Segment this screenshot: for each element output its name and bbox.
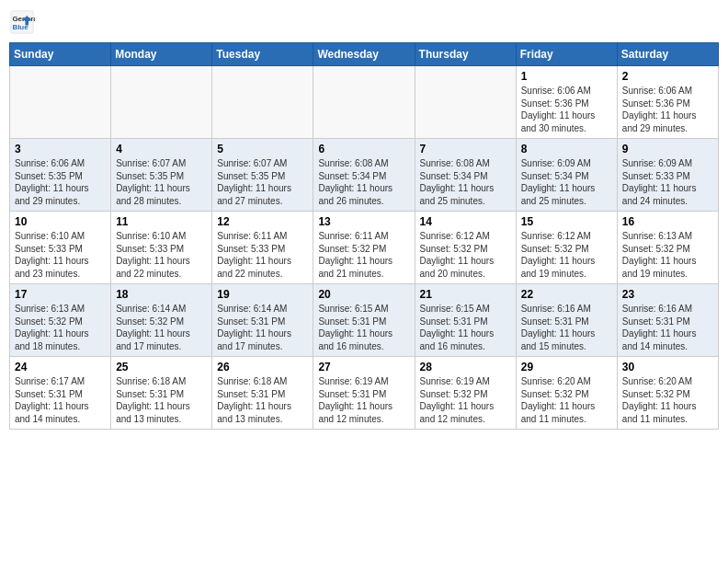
day-info: Sunrise: 6:08 AM Sunset: 5:34 PM Dayligh… [318,157,409,207]
calendar-cell: 21Sunrise: 6:15 AM Sunset: 5:31 PM Dayli… [415,284,516,357]
day-number: 20 [318,288,409,301]
day-info: Sunrise: 6:16 AM Sunset: 5:31 PM Dayligh… [521,303,612,352]
calendar-week-1: 1Sunrise: 6:06 AM Sunset: 5:36 PM Daylig… [10,66,719,139]
day-number: 25 [116,361,207,373]
day-info: Sunrise: 6:10 AM Sunset: 5:33 PM Dayligh… [15,230,106,280]
calendar-cell: 17Sunrise: 6:13 AM Sunset: 5:32 PM Dayli… [10,284,111,357]
day-number: 16 [622,215,713,228]
day-info: Sunrise: 6:16 AM Sunset: 5:31 PM Dayligh… [622,303,713,352]
day-number: 10 [15,215,106,228]
calendar-cell: 20Sunrise: 6:15 AM Sunset: 5:31 PM Dayli… [313,284,415,357]
calendar-cell: 28Sunrise: 6:19 AM Sunset: 5:32 PM Dayli… [415,357,516,430]
calendar-cell: 14Sunrise: 6:12 AM Sunset: 5:32 PM Dayli… [415,212,516,284]
day-info: Sunrise: 6:08 AM Sunset: 5:34 PM Dayligh… [420,157,511,207]
day-number: 23 [622,288,713,301]
day-info: Sunrise: 6:13 AM Sunset: 5:32 PM Dayligh… [15,303,106,352]
calendar-cell [10,66,111,139]
day-number: 15 [521,215,612,228]
day-number: 4 [116,143,207,155]
calendar-cell: 2Sunrise: 6:06 AM Sunset: 5:36 PM Daylig… [617,66,718,139]
weekday-header-monday: Monday [111,43,212,66]
day-info: Sunrise: 6:06 AM Sunset: 5:35 PM Dayligh… [15,157,106,207]
weekday-header-sunday: Sunday [10,43,111,66]
day-info: Sunrise: 6:12 AM Sunset: 5:32 PM Dayligh… [420,230,511,280]
day-number: 30 [622,361,713,373]
day-info: Sunrise: 6:20 AM Sunset: 5:32 PM Dayligh… [622,375,713,425]
calendar-cell: 1Sunrise: 6:06 AM Sunset: 5:36 PM Daylig… [516,66,617,139]
weekday-header-row: SundayMondayTuesdayWednesdayThursdayFrid… [10,43,719,66]
calendar-cell: 7Sunrise: 6:08 AM Sunset: 5:34 PM Daylig… [415,139,516,212]
day-info: Sunrise: 6:18 AM Sunset: 5:31 PM Dayligh… [116,375,207,425]
weekday-header-thursday: Thursday [415,43,516,66]
calendar-cell: 22Sunrise: 6:16 AM Sunset: 5:31 PM Dayli… [516,284,617,357]
day-number: 5 [217,143,308,155]
calendar-cell [313,66,415,139]
day-number: 17 [15,288,106,301]
logo-icon: General Blue [9,9,35,35]
day-info: Sunrise: 6:15 AM Sunset: 5:31 PM Dayligh… [420,303,511,352]
weekday-header-friday: Friday [516,43,617,66]
calendar-cell: 30Sunrise: 6:20 AM Sunset: 5:32 PM Dayli… [617,357,718,430]
calendar-cell: 19Sunrise: 6:14 AM Sunset: 5:31 PM Dayli… [212,284,313,357]
calendar-cell: 8Sunrise: 6:09 AM Sunset: 5:34 PM Daylig… [516,139,617,212]
day-info: Sunrise: 6:20 AM Sunset: 5:32 PM Dayligh… [521,375,612,425]
calendar-cell: 11Sunrise: 6:10 AM Sunset: 5:33 PM Dayli… [111,212,212,284]
calendar-table: SundayMondayTuesdayWednesdayThursdayFrid… [9,42,719,430]
calendar-cell: 29Sunrise: 6:20 AM Sunset: 5:32 PM Dayli… [516,357,617,430]
day-number: 11 [116,215,207,228]
calendar-cell [212,66,313,139]
day-info: Sunrise: 6:14 AM Sunset: 5:32 PM Dayligh… [116,303,207,352]
day-number: 18 [116,288,207,301]
day-info: Sunrise: 6:07 AM Sunset: 5:35 PM Dayligh… [217,157,308,207]
day-number: 7 [420,143,511,155]
weekday-header-saturday: Saturday [617,43,718,66]
day-info: Sunrise: 6:15 AM Sunset: 5:31 PM Dayligh… [318,303,409,352]
calendar-cell: 27Sunrise: 6:19 AM Sunset: 5:31 PM Dayli… [313,357,415,430]
day-info: Sunrise: 6:06 AM Sunset: 5:36 PM Dayligh… [521,85,612,134]
calendar-cell [415,66,516,139]
calendar-cell: 15Sunrise: 6:12 AM Sunset: 5:32 PM Dayli… [516,212,617,284]
day-info: Sunrise: 6:13 AM Sunset: 5:32 PM Dayligh… [622,230,713,280]
calendar-cell: 23Sunrise: 6:16 AM Sunset: 5:31 PM Dayli… [617,284,718,357]
day-number: 13 [318,215,409,228]
day-number: 1 [521,70,612,83]
day-number: 27 [318,361,409,373]
day-info: Sunrise: 6:06 AM Sunset: 5:36 PM Dayligh… [622,85,713,134]
calendar-cell: 24Sunrise: 6:17 AM Sunset: 5:31 PM Dayli… [10,357,111,430]
calendar-cell: 13Sunrise: 6:11 AM Sunset: 5:32 PM Dayli… [313,212,415,284]
day-number: 3 [15,143,106,155]
day-info: Sunrise: 6:11 AM Sunset: 5:33 PM Dayligh… [217,230,308,280]
day-info: Sunrise: 6:18 AM Sunset: 5:31 PM Dayligh… [217,375,308,425]
day-info: Sunrise: 6:17 AM Sunset: 5:31 PM Dayligh… [15,375,106,425]
weekday-header-tuesday: Tuesday [212,43,313,66]
day-info: Sunrise: 6:09 AM Sunset: 5:33 PM Dayligh… [622,157,713,207]
day-number: 21 [420,288,511,301]
day-number: 6 [318,143,409,155]
day-info: Sunrise: 6:11 AM Sunset: 5:32 PM Dayligh… [318,230,409,280]
day-number: 29 [521,361,612,373]
calendar-cell: 26Sunrise: 6:18 AM Sunset: 5:31 PM Dayli… [212,357,313,430]
day-info: Sunrise: 6:14 AM Sunset: 5:31 PM Dayligh… [217,303,308,352]
day-number: 26 [217,361,308,373]
day-number: 9 [622,143,713,155]
calendar-cell: 16Sunrise: 6:13 AM Sunset: 5:32 PM Dayli… [617,212,718,284]
calendar-cell: 4Sunrise: 6:07 AM Sunset: 5:35 PM Daylig… [111,139,212,212]
calendar-cell [111,66,212,139]
day-info: Sunrise: 6:19 AM Sunset: 5:32 PM Dayligh… [420,375,511,425]
day-number: 28 [420,361,511,373]
page-header: General Blue [9,9,719,35]
day-info: Sunrise: 6:10 AM Sunset: 5:33 PM Dayligh… [116,230,207,280]
day-number: 8 [521,143,612,155]
calendar-week-3: 10Sunrise: 6:10 AM Sunset: 5:33 PM Dayli… [10,212,719,284]
day-info: Sunrise: 6:07 AM Sunset: 5:35 PM Dayligh… [116,157,207,207]
day-number: 14 [420,215,511,228]
calendar-cell: 10Sunrise: 6:10 AM Sunset: 5:33 PM Dayli… [10,212,111,284]
day-info: Sunrise: 6:19 AM Sunset: 5:31 PM Dayligh… [318,375,409,425]
calendar-cell: 3Sunrise: 6:06 AM Sunset: 5:35 PM Daylig… [10,139,111,212]
weekday-header-wednesday: Wednesday [313,43,415,66]
day-info: Sunrise: 6:09 AM Sunset: 5:34 PM Dayligh… [521,157,612,207]
day-number: 22 [521,288,612,301]
day-number: 12 [217,215,308,228]
calendar-cell: 12Sunrise: 6:11 AM Sunset: 5:33 PM Dayli… [212,212,313,284]
calendar-cell: 18Sunrise: 6:14 AM Sunset: 5:32 PM Dayli… [111,284,212,357]
